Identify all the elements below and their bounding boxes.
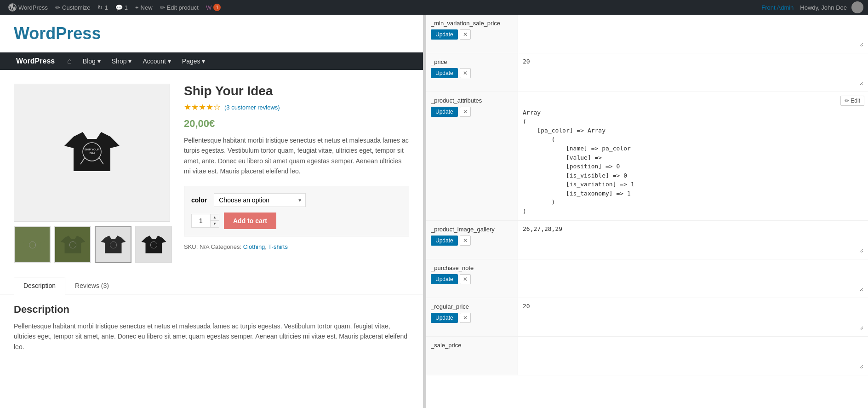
cf-delete-btn-gallery[interactable]: ✕	[460, 236, 471, 246]
color-select[interactable]: Choose an option	[214, 193, 306, 207]
avatar	[851, 1, 863, 13]
tab-content-description: Description Pellentesque habitant morbi …	[0, 294, 423, 361]
product-price: 20,00€	[184, 118, 409, 130]
nav-blog[interactable]: Blog ▾	[77, 53, 106, 69]
cf-value-textarea-0[interactable]	[523, 19, 863, 47]
cf-btns-price: Update ✕	[431, 68, 513, 78]
qty-arrows: ▲ ▼	[210, 214, 219, 227]
cf-row-0: Update ✕	[426, 15, 868, 53]
cf-key-0: Update ✕	[426, 15, 518, 53]
category-tshirts[interactable]: T-shirts	[268, 243, 288, 250]
cf-key-input-0[interactable]	[431, 20, 513, 27]
quantity-input[interactable]	[192, 215, 210, 226]
cf-delete-btn-0[interactable]: ✕	[460, 29, 471, 40]
adminbar-right: Front Admin Howdy, John Doe	[761, 1, 863, 13]
nav-logo[interactable]: WordPress	[9, 52, 62, 70]
cf-update-btn-purchase-note[interactable]: Update	[431, 274, 458, 284]
svg-marker-11	[101, 236, 126, 253]
thumb-1[interactable]	[14, 226, 51, 263]
cf-value-text-attrs: Array ( [pa_color] => Array ( [name] => …	[523, 108, 863, 216]
cf-value-textarea-purchase-note[interactable]	[523, 264, 863, 292]
thumb-4[interactable]: SHIP	[135, 226, 172, 263]
frontend-area: WordPress WordPress ⌂ Blog ▾ Shop ▾ Acco…	[0, 15, 423, 408]
wp-logo[interactable]: WordPress	[5, 0, 51, 15]
cf-btns-purchase-note: Update ✕	[431, 274, 513, 284]
site-title[interactable]: WordPress	[14, 24, 409, 43]
qty-add-row: ▲ ▼ Add to cart	[191, 213, 402, 229]
cf-value-textarea-sale-price[interactable]	[523, 341, 863, 369]
svg-text:IDEA: IDEA	[89, 152, 96, 155]
add-to-cart-button[interactable]: Add to cart	[224, 213, 276, 229]
categories-label: Categories:	[211, 243, 243, 250]
cf-value-0	[518, 15, 868, 53]
cf-update-btn-gallery[interactable]: Update	[431, 236, 458, 246]
updates-count: 1	[104, 4, 108, 11]
customize-label: Customize	[62, 4, 90, 11]
thumb-3[interactable]	[95, 226, 131, 263]
wp-label: WordPress	[18, 4, 48, 11]
cf-update-btn-0[interactable]: Update	[431, 29, 458, 40]
cf-value-textarea-price[interactable]: 20	[523, 58, 863, 86]
updates-btn[interactable]: ↻ 1	[94, 0, 111, 15]
site-nav: WordPress ⌂ Blog ▾ Shop ▾ Account ▾ Page…	[0, 52, 423, 70]
cf-row-gallery: Update ✕ 26,27,28,29	[426, 221, 868, 259]
cf-update-btn-attrs[interactable]: Update	[431, 107, 458, 117]
cf-update-btn-price[interactable]: Update	[431, 68, 458, 78]
cf-key-input-purchase-note[interactable]	[431, 264, 513, 271]
nav-home[interactable]: ⌂	[62, 52, 77, 70]
custom-fields-panel: Update ✕ Update ✕ 20	[426, 15, 868, 408]
product-tabs: Description Reviews (3)	[0, 277, 423, 294]
tshirt-main-svg: SHIP YOUR IDEA	[64, 130, 120, 176]
nav-account[interactable]: Account ▾	[137, 53, 176, 69]
customize-btn[interactable]: ✏ Customize	[51, 0, 94, 15]
tab-description[interactable]: Description	[14, 277, 65, 294]
cf-delete-btn-price[interactable]: ✕	[460, 68, 471, 78]
edit-product-btn[interactable]: ✏ Edit product	[156, 0, 202, 15]
thumb-2[interactable]	[54, 226, 91, 263]
woo-badge: 1	[213, 4, 221, 11]
cf-key-attrs: Update ✕	[426, 92, 518, 220]
woo-btn[interactable]: W 1	[202, 0, 224, 15]
cf-key-input-gallery[interactable]	[431, 226, 513, 233]
cf-row-price: Update ✕ 20	[426, 53, 868, 92]
plus-icon: +	[135, 4, 139, 11]
svg-text:SHIP YOUR: SHIP YOUR	[85, 148, 100, 151]
qty-up[interactable]: ▲	[211, 214, 219, 221]
color-selector: color Choose an option ▲ ▼	[184, 186, 409, 236]
new-btn[interactable]: + New	[131, 0, 156, 15]
qty-down[interactable]: ▼	[211, 221, 219, 227]
cf-update-btn-regular-price[interactable]: Update	[431, 313, 458, 323]
color-row: color Choose an option	[191, 193, 402, 207]
cf-key-input-sale-price[interactable]	[431, 342, 513, 349]
svg-marker-7	[20, 236, 45, 253]
cf-key-input-attrs[interactable]	[431, 97, 513, 104]
cf-key-regular-price: Update ✕	[426, 298, 518, 336]
front-admin-label[interactable]: Front Admin	[761, 4, 794, 11]
admin-bar: WordPress ✏ Customize ↻ 1 💬 1 + New ✏ Ed…	[0, 0, 868, 15]
cf-delete-btn-attrs[interactable]: ✕	[460, 107, 471, 117]
cf-value-textarea-gallery[interactable]: 26,27,28,29	[523, 225, 863, 253]
nav-pages[interactable]: Pages ▾	[177, 53, 211, 69]
cf-delete-btn-purchase-note[interactable]: ✕	[460, 274, 471, 284]
woo-icon: W	[206, 4, 211, 11]
reviews-link[interactable]: (3 customer reviews)	[224, 104, 280, 111]
comments-btn[interactable]: 💬 1	[112, 0, 131, 15]
cf-value-textarea-regular-price[interactable]: 20	[523, 303, 863, 330]
howdy-label: Howdy, John Doe	[800, 4, 847, 11]
product-main-image: SHIP YOUR IDEA	[14, 84, 170, 222]
cf-key-sale-price	[426, 337, 518, 375]
description-heading: Description	[14, 304, 409, 316]
cf-delete-btn-regular-price[interactable]: ✕	[460, 313, 471, 323]
cf-value-purchase-note	[518, 259, 868, 298]
cf-key-input-regular-price[interactable]	[431, 303, 513, 310]
nav-shop[interactable]: Shop ▾	[106, 53, 137, 69]
product-title: Ship Your Idea	[184, 84, 409, 98]
cf-edit-btn-attrs[interactable]: ✏ Edit	[840, 96, 864, 106]
quantity-box: ▲ ▼	[191, 214, 219, 228]
cf-key-input-price[interactable]	[431, 58, 513, 65]
category-clothing[interactable]: Clothing	[243, 243, 265, 250]
comments-count: 1	[125, 4, 128, 11]
tab-reviews[interactable]: Reviews (3)	[65, 277, 119, 294]
color-select-wrapper: Choose an option	[214, 193, 306, 207]
cf-row-purchase-note: Update ✕	[426, 259, 868, 298]
